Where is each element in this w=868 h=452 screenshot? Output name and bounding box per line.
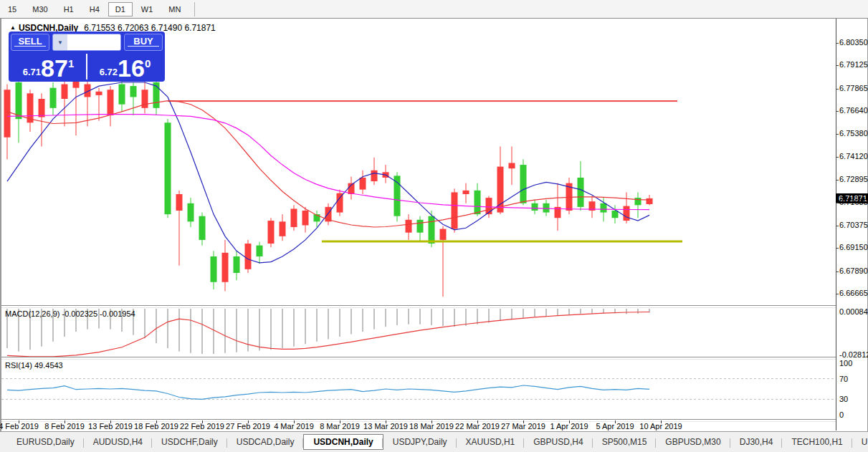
candle-body [474,191,481,214]
timeframe-mn-button[interactable]: MN [161,2,188,16]
macd-bar [477,309,478,324]
buy-price-display[interactable]: 6.72160 [87,52,163,81]
candle-body [532,203,538,211]
candle-body [188,203,194,222]
volume-input[interactable] [67,34,121,50]
chart-window: ▲USDCNH,Daily6.71553 6.72063 6.71490 6.7… [0,19,868,431]
macd-bar [557,309,558,315]
horizontal-line[interactable] [168,100,677,102]
candle-body [130,86,137,97]
candle-body [360,178,366,190]
macd-bar [270,309,272,350]
macd-bar [305,309,306,344]
candle-body [429,216,435,244]
date-tick-label: 1 Apr 2019 [543,422,595,431]
chart-tab-bar: EURUSD,Daily AUDUSD,H4 USDCHF,Daily USDC… [0,431,868,452]
candle-body [601,203,607,213]
tab-sp500-m15[interactable]: SP500,M15 [593,435,657,449]
macd-label: MACD(12,26,9) -0.002325 -0.001954 [5,309,135,318]
candle-body [463,191,469,194]
axis-tick [836,294,839,294]
sell-button[interactable]: SELL [11,34,49,51]
candle-body [578,178,584,207]
price-axis-label: 6.67890 [839,266,868,275]
sell-price-display[interactable]: 6.71871 [11,52,86,81]
tab-dj30-h4[interactable]: DJ30,H4 [730,435,783,449]
tab-usdchf-daily[interactable]: USDCHF,Daily [152,435,227,449]
price-axis-label: 6.74120 [839,152,868,160]
tab-audusd-h4[interactable]: AUDUSD,H4 [84,435,152,449]
candle-body [635,198,642,205]
timeframe-toolbar: 15 M30 H1 H4 D1 W1 MN [0,0,868,19]
axis-tick [836,134,839,135]
candle-body [543,203,550,213]
candle-body [222,253,229,282]
timeframe-w1-button[interactable]: W1 [134,2,161,16]
macd-bar [637,309,639,314]
toolbar-separator [194,2,195,16]
axis-tick [836,89,839,90]
horizontal-line[interactable] [322,240,682,242]
macd-bar [156,309,157,343]
macd-bar [408,309,409,324]
price-axis-label: 6.76640 [839,106,868,115]
rsi-indicator-canvas[interactable] [1,359,836,419]
timeframe-h1-button[interactable]: H1 [57,2,81,16]
macd-bar [224,309,226,353]
rsi-axis-label: 100 [839,359,852,367]
axis-tick [836,271,839,272]
candle-body [176,194,183,211]
axis-tick [836,248,839,249]
timeframe-m30-button[interactable]: M30 [25,2,54,16]
macd-bar [545,309,547,316]
tab-xauusd-h1[interactable]: XAUUSD,H1 [457,435,525,449]
macd-bar [385,309,386,327]
candle-body [486,198,492,214]
date-tick-label: 5 Apr 2019 [589,422,641,431]
macd-bar [442,309,444,326]
macd-bar [580,309,581,314]
macd-bar [454,309,455,327]
macd-bar [626,309,627,314]
date-axis[interactable]: 4 Feb 20198 Feb 201913 Feb 201918 Feb 20… [1,420,836,431]
tab-usdcnh-daily[interactable]: USDCNH,Daily [303,434,383,450]
candle-body [509,163,515,169]
candle-body [211,256,217,282]
tab-eurusd-daily[interactable]: EURUSD,Daily [7,435,84,449]
candle-body [612,211,619,218]
axis-tick [836,111,839,112]
timeframe-d1-button[interactable]: D1 [108,2,133,16]
tab-usdjpy-daily[interactable]: USDJPY,Daily [383,435,457,449]
date-tick-label: 27 Mar 2019 [497,422,549,431]
macd-bar [488,309,490,322]
macd-bar [373,309,375,330]
collapse-arrow-icon[interactable]: ▲ [10,24,16,31]
timeframe-h4-button[interactable]: H4 [82,2,107,16]
macd-bar [190,309,191,353]
candle-body [280,221,286,236]
candle-body [520,165,527,203]
tab-tech100-h1[interactable]: TECH100,H1 [782,435,852,449]
rsi-axis-label: 0 [839,410,844,419]
volume-decrease-button[interactable]: ▼ [53,34,67,50]
macd-bar [167,309,168,348]
tab-usdcad-daily[interactable]: USDCAD,Daily [227,435,304,449]
candle-body [96,92,102,95]
candle-body [39,99,45,117]
candle-body [337,193,343,213]
macd-bar [591,309,593,313]
date-tick-label: 27 Feb 2019 [222,422,274,431]
price-axis-label: 6.77865 [839,84,868,92]
date-tick-label: 22 Feb 2019 [176,422,228,431]
rsi-line [7,385,649,399]
tab-gbpusd-h4[interactable]: GBPUSD,H4 [524,435,592,449]
timeframe-m15-button[interactable]: 15 [1,2,24,16]
macd-bar [328,309,329,339]
tab-gbpusd-m30[interactable]: GBPUSD,M30 [656,435,730,449]
date-tick-label: 18 Mar 2019 [406,422,457,431]
macd-bar [316,309,318,342]
buy-button[interactable]: BUY [124,34,163,51]
candle-body [624,206,630,221]
tab-uko[interactable]: UKO [852,435,868,449]
axis-tick [836,203,839,203]
